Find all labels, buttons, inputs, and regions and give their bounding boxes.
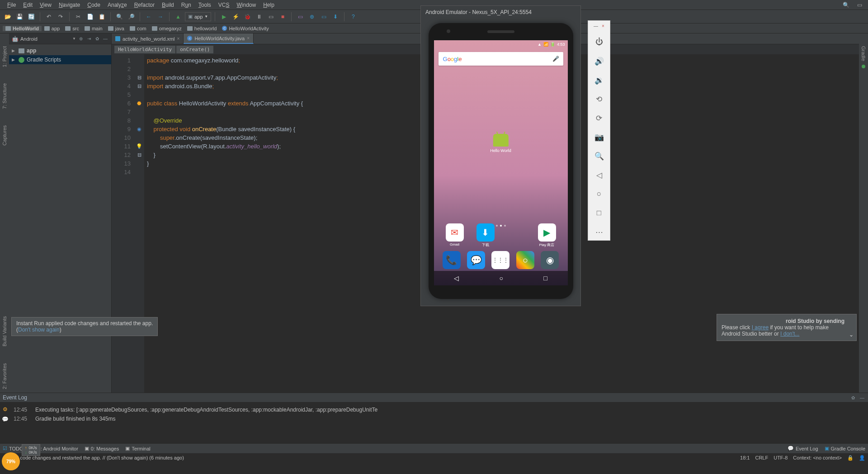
menu-help[interactable]: Help	[259, 2, 278, 8]
crumb-omegaxyz[interactable]: omegaxyz	[149, 26, 184, 31]
side-tab-build-variants[interactable]: Build Variants	[1, 313, 8, 350]
menu-tools[interactable]: Tools	[195, 2, 215, 8]
i-dont-link[interactable]: I don't...	[780, 331, 799, 337]
tab-gradle-console[interactable]: ▣Gradle Console	[825, 446, 865, 451]
i-agree-link[interactable]: I agree	[752, 324, 769, 331]
more-icon[interactable]: ⋯	[594, 227, 604, 237]
zoom-icon[interactable]: 🔍	[594, 151, 604, 161]
menu-file[interactable]: File	[4, 2, 19, 8]
tab-event-log[interactable]: 💬Event Log	[788, 446, 818, 451]
crumb-main[interactable]: main	[82, 26, 105, 31]
tab-terminal[interactable]: ▣Terminal	[125, 446, 151, 451]
close-icon[interactable]: ×	[177, 36, 180, 41]
side-tab-structure[interactable]: 7: Structure	[1, 80, 8, 113]
stop-icon[interactable]: ■	[278, 12, 288, 22]
menu-window[interactable]: Window	[233, 2, 259, 8]
menu-edit[interactable]: Edit	[19, 2, 36, 8]
menu-build[interactable]: Build	[158, 2, 178, 8]
rotate-right-icon[interactable]: ⟳	[594, 113, 604, 123]
side-tab-captures[interactable]: Captures	[1, 122, 8, 149]
context-method[interactable]: onCreate()	[176, 46, 213, 53]
debug-icon[interactable]: 🐞	[242, 12, 252, 22]
app-drawer[interactable]: ⋮⋮⋮	[491, 251, 510, 269]
line-sep[interactable]: CRLF	[755, 455, 768, 461]
replace-icon[interactable]: 🔎	[126, 12, 136, 22]
crumb-activity[interactable]: CHelloWorldActivity	[219, 26, 271, 31]
phone-screen[interactable]: ▲📶🔋4:53 Google 🎤 Hello World ✉Gmail ⬇下载 …	[434, 40, 568, 285]
build-icon[interactable]: ▲	[173, 12, 183, 22]
app-gmail[interactable]: ✉Gmail	[445, 223, 465, 247]
tab-xml[interactable]: activity_hello_world.xml ×	[112, 33, 184, 44]
undo-icon[interactable]: ↶	[44, 12, 54, 22]
screenshot-icon[interactable]: 📷	[594, 132, 604, 142]
app-messages[interactable]: 💬	[466, 251, 486, 269]
chevron-down-icon[interactable]: ⌄	[849, 332, 854, 338]
crumb-java[interactable]: java	[105, 26, 127, 31]
attach-icon[interactable]: ▭	[266, 12, 276, 22]
help-icon[interactable]: ?	[348, 12, 358, 22]
context-class[interactable]: HelloWorldActivity	[114, 46, 175, 53]
crumb-app[interactable]: app	[42, 26, 62, 31]
target-icon[interactable]: ⊕	[78, 36, 84, 42]
volume-down-icon[interactable]: 🔉	[594, 75, 604, 85]
side-tab-project[interactable]: 1: Project	[1, 43, 8, 71]
man-icon[interactable]: 👤	[859, 455, 865, 461]
hide-icon[interactable]: —	[859, 394, 865, 401]
crumb-com[interactable]: com	[127, 26, 149, 31]
crumb-root[interactable]: HelloWorld	[3, 26, 42, 31]
memory-indicator[interactable]: 79%	[2, 452, 20, 470]
copy-icon[interactable]: 📄	[85, 12, 95, 22]
save-icon[interactable]: 💾	[14, 12, 24, 22]
collapse-icon[interactable]: ⇥	[86, 36, 92, 42]
app-camera[interactable]: ◉	[540, 251, 560, 269]
home-icon[interactable]: ○	[594, 189, 604, 199]
volume-up-icon[interactable]: 🔊	[594, 56, 604, 66]
run-icon[interactable]: ▶	[219, 12, 229, 22]
tree-item-app[interactable]: ▶ app	[9, 46, 111, 55]
app-phone[interactable]: 📞	[442, 251, 462, 269]
mic-icon[interactable]: 🎤	[553, 55, 559, 62]
app-play-store[interactable]: ▶Play 商店	[537, 223, 557, 247]
nav-home-icon[interactable]: ○	[500, 275, 503, 282]
sync-icon[interactable]: 🔄	[26, 12, 36, 22]
sdk-icon[interactable]: ⊕	[307, 12, 317, 22]
back-icon[interactable]: ←	[144, 12, 154, 22]
close-icon[interactable]: ×	[247, 36, 250, 41]
emulator-window[interactable]: Android Emulator - Nexus_5X_API_24:5554 …	[420, 5, 581, 306]
lock-icon[interactable]: 🔒	[847, 455, 854, 461]
close-icon[interactable]: ×	[602, 24, 604, 28]
side-tab-favorites[interactable]: 2: Favorites	[1, 360, 8, 393]
menu-navigate[interactable]: Navigate	[55, 2, 84, 8]
cut-icon[interactable]: ✂	[73, 12, 83, 22]
crumb-src[interactable]: src	[62, 26, 82, 31]
menu-code[interactable]: Code	[84, 2, 104, 8]
crumb-helloworld[interactable]: helloworld	[184, 26, 220, 31]
encoding[interactable]: UTF-8	[774, 455, 788, 461]
find-icon[interactable]: 🔍	[114, 12, 124, 22]
context[interactable]: Context: <no context>	[793, 455, 842, 461]
nav-recent-icon[interactable]: □	[543, 275, 547, 282]
search-icon[interactable]: 🔍	[841, 0, 851, 10]
download-icon[interactable]: ⬇	[330, 12, 340, 22]
open-icon[interactable]: 📂	[3, 12, 13, 22]
google-search-bar[interactable]: Google 🎤	[439, 52, 563, 66]
side-tab-gradle[interactable]: Gradle	[860, 43, 867, 65]
tab-java[interactable]: C HelloWorldActivity.java ×	[184, 33, 254, 44]
gear-icon[interactable]: ✿	[94, 36, 100, 42]
layout-icon[interactable]: ▭	[319, 12, 329, 22]
back-icon[interactable]: ◁	[594, 170, 604, 180]
nav-back-icon[interactable]: ◁	[454, 275, 459, 282]
tree-item-gradle-scripts[interactable]: ▶ Gradle Scripts	[9, 55, 111, 64]
avd-icon[interactable]: ▭	[295, 12, 305, 22]
forward-icon[interactable]: →	[156, 12, 165, 22]
menu-run[interactable]: Run	[178, 2, 195, 8]
redo-icon[interactable]: ↷	[56, 12, 66, 22]
rotate-left-icon[interactable]: ⟲	[594, 94, 604, 104]
overview-icon[interactable]: □	[594, 208, 604, 218]
power-icon[interactable]: ⏻	[594, 37, 604, 47]
app-chrome[interactable]: ○	[515, 251, 535, 269]
menu-refactor[interactable]: Refactor	[131, 2, 158, 8]
app-download[interactable]: ⬇下载	[476, 223, 495, 247]
profile-icon[interactable]: ⏸	[254, 12, 264, 22]
app-icon-helloworld[interactable]: Hello World	[490, 134, 511, 153]
